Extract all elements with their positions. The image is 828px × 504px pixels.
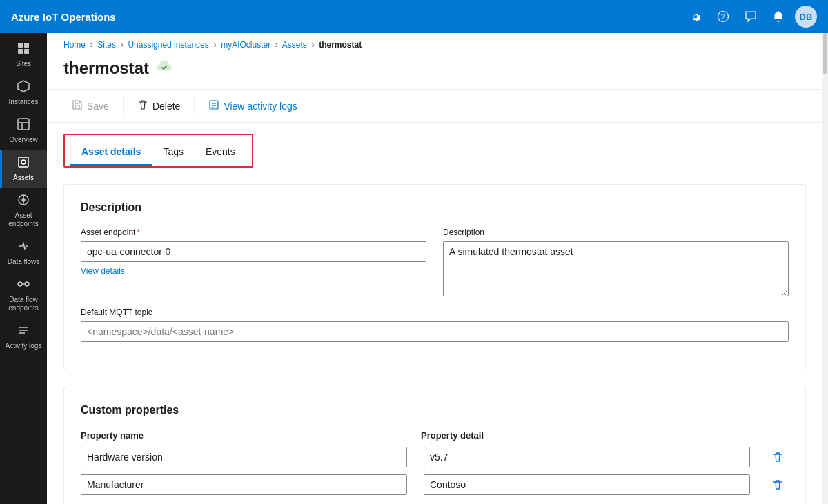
tab-tags[interactable]: Tags xyxy=(152,141,195,166)
avatar[interactable]: DB xyxy=(795,6,817,28)
mqtt-topic-row: Default MQTT topic xyxy=(81,308,789,342)
save-label: Save xyxy=(87,101,109,112)
svg-marker-6 xyxy=(18,81,29,92)
scrollbar-thumb xyxy=(823,33,827,74)
sidebar-item-activity-logs[interactable]: Activity logs xyxy=(0,318,47,356)
description-section: Description Asset endpoint* View details… xyxy=(63,184,806,370)
tabs-row: Asset details Tags Events xyxy=(70,141,246,166)
mqtt-topic-label: Default MQTT topic xyxy=(81,308,789,317)
sidebar-item-assets[interactable]: Assets xyxy=(0,150,47,188)
breadcrumb-assets[interactable]: Assets xyxy=(282,40,307,50)
instances-icon xyxy=(17,79,30,97)
notifications-button[interactable] xyxy=(767,6,789,28)
tab-tags-label: Tags xyxy=(163,146,184,157)
toolbar-separator-2 xyxy=(194,98,195,114)
props-detail-input-1[interactable] xyxy=(424,474,750,495)
description-section-title: Description xyxy=(81,201,789,214)
sidebar-label-assets: Assets xyxy=(13,174,34,182)
sidebar-item-sites[interactable]: Sites xyxy=(0,36,47,74)
svg-rect-2 xyxy=(18,43,23,48)
breadcrumb-sites[interactable]: Sites xyxy=(97,40,116,50)
sites-icon xyxy=(17,41,30,59)
asset-endpoint-group: Asset endpoint* View details xyxy=(81,228,426,296)
asset-endpoint-input[interactable] xyxy=(81,241,426,262)
view-activity-logs-button[interactable]: View activity logs xyxy=(200,95,305,117)
sidebar-label-data-flows: Data flows xyxy=(8,258,40,266)
tab-events-label: Events xyxy=(206,146,235,157)
feedback-button[interactable] xyxy=(740,6,762,28)
app-title: Azure IoT Operations xyxy=(11,11,684,23)
asset-endpoint-description-row: Asset endpoint* View details Description… xyxy=(81,228,789,296)
svg-point-16 xyxy=(25,282,29,286)
activity-logs-icon xyxy=(17,323,30,341)
custom-properties-section: Custom properties Property name Property… xyxy=(63,387,806,504)
props-header-row: Property name Property detail xyxy=(81,430,789,441)
breadcrumb-unassigned-instances[interactable]: Unassigned instances xyxy=(128,40,208,50)
sidebar-label-sites: Sites xyxy=(16,60,31,68)
required-star: * xyxy=(137,228,140,237)
sidebar-item-data-flow-endpoints[interactable]: Data flow endpoints xyxy=(0,272,47,318)
svg-point-15 xyxy=(18,282,22,286)
assets-icon xyxy=(17,155,30,172)
help-button[interactable]: ? xyxy=(712,6,734,28)
sidebar-label-overview: Overview xyxy=(9,136,38,144)
tab-asset-details-label: Asset details xyxy=(81,146,141,157)
svg-rect-7 xyxy=(18,119,29,130)
top-nav-icons: ? DB xyxy=(684,6,817,28)
props-name-input-0[interactable] xyxy=(81,447,407,467)
sidebar-label-instances: Instances xyxy=(9,98,39,106)
props-col-name-header: Property name xyxy=(81,430,404,441)
tab-events[interactable]: Events xyxy=(195,141,246,166)
asset-endpoints-icon xyxy=(17,193,30,210)
delete-button[interactable]: Delete xyxy=(129,95,188,117)
scrollbar-area[interactable] xyxy=(822,33,828,504)
svg-rect-3 xyxy=(24,43,29,48)
svg-rect-5 xyxy=(24,49,29,54)
breadcrumb-current: thermostat xyxy=(319,40,362,50)
data-flow-endpoints-icon xyxy=(17,277,30,294)
settings-button[interactable] xyxy=(684,6,707,28)
props-col-detail-header: Property detail xyxy=(421,430,745,441)
sidebar-item-asset-endpoints[interactable]: Asset endpoints xyxy=(0,188,47,234)
props-row-0 xyxy=(81,446,789,468)
save-icon xyxy=(72,99,83,112)
sidebar-item-data-flows[interactable]: Data flows xyxy=(0,234,47,272)
data-flows-icon xyxy=(17,239,30,256)
props-delete-btn-0[interactable] xyxy=(767,446,789,468)
description-input[interactable]: A simulated thermostat asset xyxy=(443,241,789,296)
main-layout: Sites Instances Overview Assets Asset en… xyxy=(0,33,828,504)
asset-endpoint-label: Asset endpoint* xyxy=(81,228,426,237)
view-details-link[interactable]: View details xyxy=(81,266,426,276)
sidebar-label-activity-logs: Activity logs xyxy=(6,342,42,350)
breadcrumb-cluster[interactable]: myAIOcluster xyxy=(221,40,270,50)
svg-rect-10 xyxy=(19,157,28,167)
overview-icon xyxy=(17,117,30,134)
cloud-check-icon xyxy=(156,58,172,78)
delete-icon xyxy=(137,99,148,112)
sidebar-item-instances[interactable]: Instances xyxy=(0,74,47,112)
save-button[interactable]: Save xyxy=(63,95,117,117)
props-name-input-1[interactable] xyxy=(81,474,407,495)
tabs-highlight-border: Asset details Tags Events xyxy=(63,134,253,168)
mqtt-topic-group: Default MQTT topic xyxy=(81,308,789,342)
toolbar: Save Delete View activity logs xyxy=(47,89,822,123)
props-detail-input-0[interactable] xyxy=(424,447,750,467)
custom-properties-title: Custom properties xyxy=(81,404,789,416)
top-nav: Azure IoT Operations ? DB xyxy=(0,0,828,33)
props-row-1 xyxy=(81,474,789,496)
svg-point-11 xyxy=(21,160,26,164)
page-title: thermostat xyxy=(63,59,149,78)
mqtt-topic-input[interactable] xyxy=(81,321,789,342)
sidebar: Sites Instances Overview Assets Asset en… xyxy=(0,33,47,504)
sidebar-item-overview[interactable]: Overview xyxy=(0,112,47,150)
delete-label: Delete xyxy=(152,101,180,112)
svg-text:?: ? xyxy=(721,12,726,21)
tab-asset-details[interactable]: Asset details xyxy=(70,141,152,166)
content-area: Home › Sites › Unassigned instances › my… xyxy=(47,33,822,504)
page-title-row: thermostat xyxy=(47,52,822,89)
svg-rect-4 xyxy=(18,49,23,54)
svg-point-14 xyxy=(22,199,25,201)
breadcrumb-home[interactable]: Home xyxy=(63,40,86,50)
props-delete-btn-1[interactable] xyxy=(767,474,789,496)
sidebar-label-data-flow-endpoints: Data flow endpoints xyxy=(3,296,44,312)
